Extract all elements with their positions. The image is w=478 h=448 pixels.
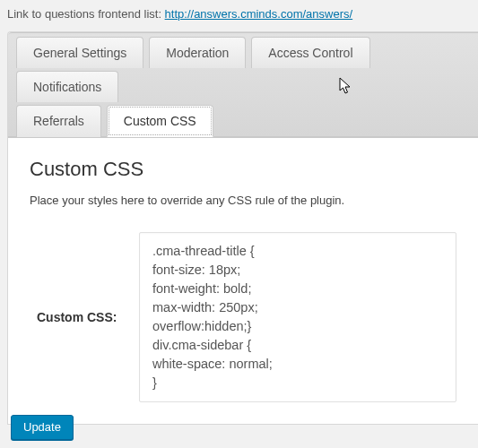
custom-css-field-row: Custom CSS: [30,232,456,402]
tab-content: Custom CSS Place your styles here to ove… [8,137,478,424]
frontend-link[interactable]: http://answers.cminds.com/answers/ [165,7,353,21]
page-title: Custom CSS [30,158,456,181]
tab-moderation[interactable]: Moderation [149,37,246,68]
custom-css-input[interactable] [139,232,456,402]
custom-css-label: Custom CSS: [30,310,128,324]
tab-referrals[interactable]: Referrals [16,105,101,137]
frontend-link-line: Link to questions frontend list: http://… [0,0,478,31]
settings-panel: General Settings Moderation Access Contr… [7,31,478,425]
tab-notifications[interactable]: Notifications [16,71,118,102]
page-description: Place your styles here to override any C… [30,194,456,207]
tab-general-settings[interactable]: General Settings [16,37,143,68]
tabs-row: General Settings Moderation Access Contr… [8,32,478,137]
tab-custom-css[interactable]: Custom CSS [107,105,213,137]
update-button[interactable]: Update [11,415,74,440]
frontend-link-prefix: Link to questions frontend list: [7,7,165,21]
tab-access-control[interactable]: Access Control [251,37,369,68]
